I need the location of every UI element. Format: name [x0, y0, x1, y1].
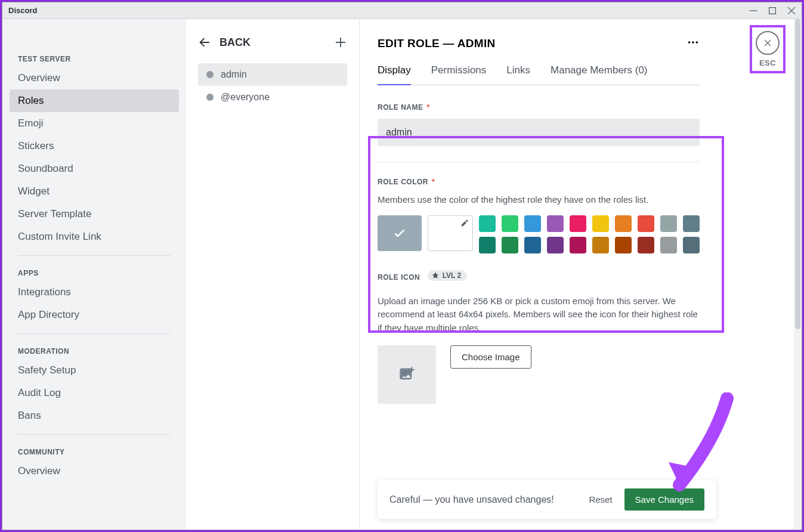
app-window: Discord TEST SERVER Overview Roles Emoji… [2, 2, 802, 530]
role-item-admin[interactable]: admin [198, 63, 347, 86]
divider [378, 162, 700, 162]
custom-color-swatch[interactable] [428, 215, 473, 251]
color-swatch[interactable] [502, 215, 518, 232]
section-community: COMMUNITY [10, 443, 179, 460]
plus-icon [334, 36, 347, 49]
window-controls [749, 7, 796, 15]
app-title: Discord [8, 6, 37, 15]
main-header: EDIT ROLE — ADMIN [378, 36, 700, 51]
save-button[interactable]: Save Changes [624, 488, 704, 511]
arrow-left-icon [198, 36, 211, 49]
sidebar-item-overview[interactable]: Overview [10, 67, 179, 89]
role-item-everyone[interactable]: @everyone [198, 86, 347, 109]
color-swatch[interactable] [660, 237, 677, 253]
unsaved-changes-bar: Careful — you have unsaved changes! Rese… [378, 480, 716, 519]
svg-rect-0 [769, 7, 776, 14]
close-button[interactable] [787, 7, 796, 15]
svg-point-2 [692, 41, 694, 44]
eye-dropper-icon [460, 219, 469, 227]
color-swatch[interactable] [524, 237, 541, 253]
sidebar-item-community-overview[interactable]: Overview [10, 460, 179, 482]
role-color-desc: Members use the color of the highest rol… [378, 193, 700, 207]
close-circle [756, 31, 780, 55]
color-palette [479, 215, 700, 253]
choose-image-button[interactable]: Choose Image [450, 345, 531, 369]
back-button[interactable]: BACK [198, 36, 251, 49]
close-esc-button[interactable]: ESC [750, 25, 786, 73]
close-icon [762, 38, 773, 48]
divider [18, 255, 171, 256]
color-swatch[interactable] [570, 215, 586, 232]
color-swatch[interactable] [638, 215, 654, 232]
color-swatch[interactable] [683, 237, 700, 253]
add-role-button[interactable] [334, 36, 347, 49]
titlebar: Discord [2, 2, 802, 19]
esc-label: ESC [759, 58, 776, 67]
main-content: EDIT ROLE — ADMIN Display Permissions Li… [360, 19, 718, 530]
palette-row-2 [479, 237, 700, 253]
sidebar-item-soundboard[interactable]: Soundboard [10, 157, 179, 180]
maximize-button[interactable] [768, 7, 777, 15]
sidebar-item-invite-link[interactable]: Custom Invite Link [10, 225, 179, 248]
svg-point-3 [696, 41, 698, 44]
role-icon-desc: Upload an image under 256 KB or pick a c… [378, 295, 700, 335]
color-swatch[interactable] [638, 237, 654, 253]
minimize-button[interactable] [749, 7, 757, 15]
app-body: TEST SERVER Overview Roles Emoji Sticker… [2, 19, 802, 530]
tab-display[interactable]: Display [378, 64, 411, 85]
color-swatch[interactable] [479, 215, 496, 232]
tab-links[interactable]: Links [506, 64, 530, 85]
upload-dropzone[interactable] [378, 345, 436, 404]
icon-upload-row: Choose Image [378, 345, 700, 404]
color-swatch[interactable] [660, 215, 677, 232]
unsaved-text: Careful — you have unsaved changes! [389, 494, 554, 505]
sidebar-item-audit-log[interactable]: Audit Log [10, 382, 179, 404]
tab-permissions[interactable]: Permissions [431, 64, 487, 85]
color-swatch[interactable] [683, 215, 700, 232]
color-swatch[interactable] [547, 237, 564, 253]
role-name-input[interactable] [378, 119, 700, 146]
sidebar-item-emoji[interactable]: Emoji [10, 112, 179, 135]
role-icon-header: ROLE ICON LVL 2 [378, 270, 700, 289]
divider [18, 434, 171, 435]
main-panel: EDIT ROLE — ADMIN Display Permissions Li… [360, 19, 794, 530]
section-apps: APPS [10, 264, 179, 281]
color-swatch[interactable] [615, 215, 632, 232]
unsaved-actions: Reset Save Changes [589, 488, 704, 511]
lvl-badge: LVL 2 [428, 270, 468, 281]
role-icon-label: ROLE ICON [378, 273, 420, 282]
color-swatch[interactable] [592, 237, 609, 253]
settings-sidebar: TEST SERVER Overview Roles Emoji Sticker… [2, 19, 186, 530]
role-name: admin [221, 69, 247, 80]
palette-row-1 [479, 215, 700, 232]
sidebar-item-safety[interactable]: Safety Setup [10, 359, 179, 382]
sidebar-item-widget[interactable]: Widget [10, 180, 179, 203]
scrollbar[interactable] [794, 19, 802, 530]
color-swatch[interactable] [502, 237, 518, 253]
tab-manage-members[interactable]: Manage Members (0) [551, 64, 648, 85]
roles-header: BACK [198, 36, 347, 49]
reset-button[interactable]: Reset [589, 494, 612, 505]
color-swatch[interactable] [570, 237, 586, 253]
back-label: BACK [219, 36, 251, 49]
default-color-swatch[interactable] [378, 215, 422, 251]
boost-icon [431, 271, 440, 280]
scrollbar-thumb[interactable] [795, 19, 800, 329]
sidebar-item-stickers[interactable]: Stickers [10, 135, 179, 157]
color-swatch[interactable] [479, 237, 496, 253]
color-swatch[interactable] [524, 215, 541, 232]
color-swatch[interactable] [615, 237, 632, 253]
color-swatch[interactable] [592, 215, 609, 232]
more-options-button[interactable] [687, 36, 700, 51]
check-icon [392, 226, 407, 240]
svg-point-1 [688, 41, 691, 44]
role-color-dot [206, 94, 214, 101]
role-color-label: ROLE COLOR* [378, 178, 700, 186]
sidebar-item-app-directory[interactable]: App Directory [10, 304, 179, 326]
role-color-dot [206, 71, 214, 78]
sidebar-item-server-template[interactable]: Server Template [10, 203, 179, 225]
sidebar-item-roles[interactable]: Roles [10, 89, 179, 112]
sidebar-item-integrations[interactable]: Integrations [10, 281, 179, 304]
color-swatch[interactable] [547, 215, 564, 232]
sidebar-item-bans[interactable]: Bans [10, 404, 179, 427]
